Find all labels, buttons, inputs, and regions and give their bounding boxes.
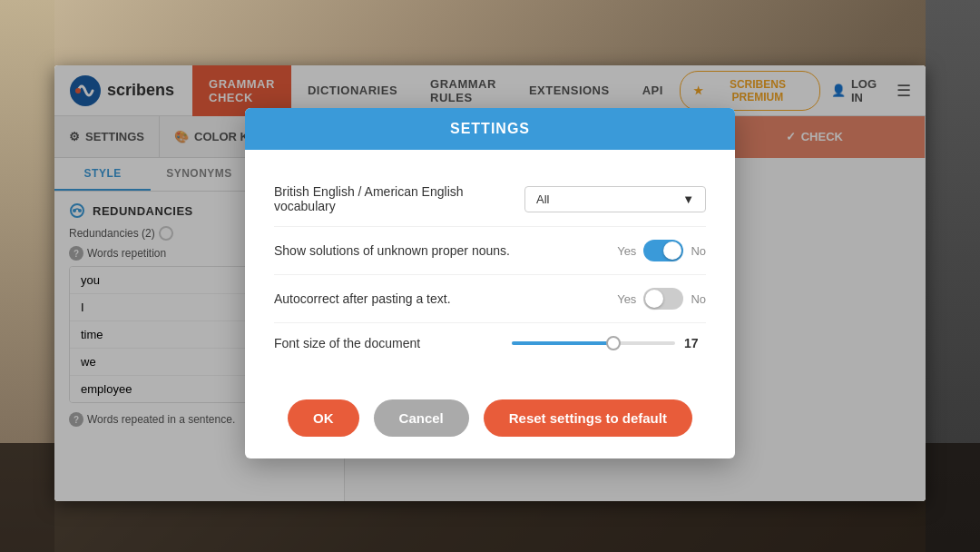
modal-header: SETTINGS (245, 108, 735, 150)
slider-thumb[interactable] (606, 336, 621, 350)
modal-footer: OK Cancel Reset settings to default (245, 385, 735, 458)
autocorrect-row: Autocorrect after pasting a text. Yes No (274, 275, 706, 323)
show-solutions-control: Yes No (617, 240, 706, 261)
show-solutions-row: Show solutions of unknown proper nouns. … (274, 227, 706, 275)
font-size-label: Font size of the document (274, 336, 512, 350)
show-solutions-no: No (691, 244, 706, 258)
vocabulary-setting-row: British English / American English vocab… (274, 172, 706, 227)
slider-container: 17 (512, 336, 706, 350)
vocabulary-value: All (536, 192, 549, 206)
slider-fill (512, 341, 610, 345)
vocabulary-dropdown[interactable]: All ▼ (524, 186, 706, 212)
browser-window: scribens GRAMMAR CHECK DICTIONARIES GRAM… (54, 65, 926, 501)
vocabulary-control: All ▼ (524, 186, 706, 212)
show-solutions-yes: Yes (617, 244, 636, 258)
cancel-button[interactable]: Cancel (374, 399, 469, 437)
modal-title: SETTINGS (450, 121, 530, 136)
modal-overlay: SETTINGS British English / American Engl… (54, 65, 926, 501)
toggle-knob-1 (663, 242, 681, 260)
font-size-value: 17 (684, 336, 706, 350)
autocorrect-toggle[interactable] (643, 288, 683, 310)
autocorrect-label: Autocorrect after pasting a text. (274, 291, 617, 306)
reset-button[interactable]: Reset settings to default (484, 399, 692, 437)
font-size-control: 17 (512, 336, 706, 350)
toggle-knob-2 (645, 290, 663, 308)
settings-modal: SETTINGS British English / American Engl… (245, 108, 735, 458)
font-size-row: Font size of the document 17 (274, 323, 706, 363)
modal-body: British English / American English vocab… (245, 150, 735, 385)
autocorrect-control: Yes No (617, 288, 706, 310)
show-solutions-label: Show solutions of unknown proper nouns. (274, 243, 617, 258)
autocorrect-no: No (691, 292, 706, 306)
slider-track[interactable] (512, 341, 675, 345)
dropdown-arrow-icon: ▼ (682, 192, 694, 206)
show-solutions-toggle[interactable] (643, 240, 683, 261)
ok-button[interactable]: OK (288, 399, 359, 437)
autocorrect-yes: Yes (617, 292, 636, 306)
vocabulary-label: British English / American English vocab… (274, 184, 524, 213)
